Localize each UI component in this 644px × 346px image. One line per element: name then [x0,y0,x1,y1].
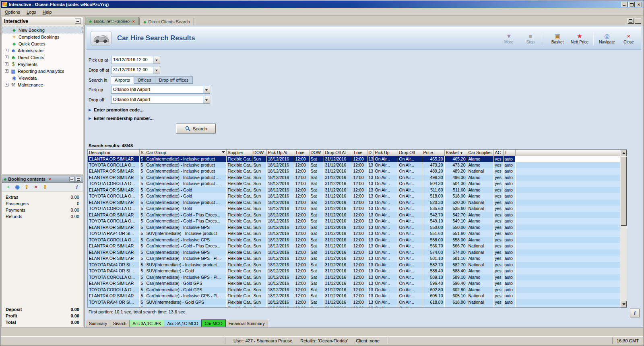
column-header[interactable]: AC [493,150,503,156]
sidebar-item[interactable]: + ☻ Administrator [2,47,83,54]
result-row[interactable]: ELANTRA OR SIMILAR5Car(Intermediate) - I… [88,249,621,256]
dropoff-location-combo[interactable]: Orlando Intl Airport [111,96,210,104]
workspace-tab[interactable]: Acc 3A,1C MCO [164,320,201,327]
column-header[interactable]: Basket [444,150,467,156]
column-header[interactable]: Price [422,150,444,156]
menu-item[interactable]: Help [39,9,55,15]
column-header[interactable]: Time [352,150,367,156]
column-header[interactable]: Car Group [145,150,226,156]
expand-plus-icon[interactable]: + [5,56,8,59]
document-tab[interactable]: Book. ref.: <none> [85,17,139,25]
filter-icon[interactable] [222,151,225,153]
globe-icon[interactable]: ◉ [14,184,21,190]
sidebar-item[interactable]: ♣ Quick Quotes [2,40,83,47]
result-row[interactable]: ELANTRA OR SIMILAR5Car(Intermediate) - I… [88,156,621,162]
close-button[interactable]: × Close [620,33,637,44]
membership-number-toggle[interactable]: Enter membership number... [89,116,216,121]
dropoff-at-combo[interactable]: 31/12/2016 12:00 [111,66,160,74]
delete-icon[interactable]: × [33,184,39,190]
workspace-tab[interactable]: Acc 3A,1C JFK [130,320,164,327]
child-restore-button[interactable] [635,18,641,24]
result-row[interactable]: ELANTRA OR SIMILAR5Car(Intermediate) - I… [88,200,621,206]
column-header[interactable]: Supplier [226,150,252,156]
maximize-button[interactable] [628,2,635,7]
sidebar-item[interactable]: + ▦ Reporting and Analytics [2,68,83,74]
close-panel-icon[interactable] [47,177,52,181]
dropdown-arrow-icon[interactable] [153,66,160,74]
search-in-tab[interactable]: Drop off offices [155,76,193,84]
column-header[interactable]: Drop Off [398,150,422,156]
result-row[interactable]: ELANTRA OR SIMILAR5Car(Intermediate) - G… [88,243,621,249]
scroll-thumb[interactable] [621,157,627,226]
result-row[interactable]: 5Flexible Car...Sun18/12/201612:00Sat31/… [88,305,621,308]
column-header[interactable]: Pick Up At [266,150,294,156]
basket-button[interactable]: ▣ Basket [549,33,566,44]
sidebar-item[interactable]: + ⚒ Maintenance [2,81,83,88]
dropdown-arrow-icon[interactable] [203,86,210,93]
result-row[interactable]: TOYOTA COROLLA O...5Car(Intermediate) - … [88,206,621,212]
pickup-location-combo[interactable]: Orlando Intl Airport [111,86,210,94]
export-icon[interactable]: ⇪ [23,184,30,190]
navigate-button[interactable]: ◎ Navigate [599,33,615,44]
result-row[interactable]: ELANTRA OR SIMILAR5Car(Intermediate) - I… [88,175,621,181]
result-row[interactable]: ELANTRA OR SIMILAR5Car(Intermediate) - G… [88,212,621,218]
column-header[interactable]: DOW [252,150,266,156]
scroll-down-arrow[interactable] [621,301,627,307]
result-row[interactable]: TOYOTA COROLLA O...5Car(Intermediate) - … [88,237,621,243]
column-header[interactable]: S [139,150,145,156]
search-in-tab[interactable]: Airports [111,76,134,84]
search-button[interactable]: Search [176,124,216,133]
dropdown-arrow-icon[interactable] [153,56,160,64]
nett-price-button[interactable]: ★ Nett Price [571,33,588,44]
more-button[interactable]: ▼ More [500,33,517,44]
search-in-tab[interactable]: Offices [134,76,155,84]
result-row[interactable]: TOYOTA COROLLA O...5Car(Intermediate) - … [88,218,621,224]
menu-item[interactable]: Logs [23,9,39,15]
result-row[interactable]: TOYOTA RAV4 OR SI...5SUV(Intermediate) -… [88,268,621,274]
vertical-scrollbar[interactable] [620,150,627,307]
collapse-button[interactable] [75,19,81,24]
column-header[interactable]: DOW [309,150,324,156]
menu-item[interactable]: Options [2,9,23,15]
panel-minimize-button[interactable] [69,177,75,181]
info-icon[interactable]: i [74,184,80,190]
result-row[interactable]: TOYOTA RAV4 OR SI...5SUV(Intermediate) -… [88,299,621,306]
sidebar-item[interactable]: ☀ Completed Bookings [2,33,83,40]
info-button[interactable]: i [630,309,640,317]
result-row[interactable]: TOYOTA COROLLA O...5Car(Intermediate) - … [88,274,621,281]
result-row[interactable]: TOYOTA COROLLA O...5Car(Intermediate) - … [88,193,621,200]
expand-plus-icon[interactable]: + [5,62,8,66]
promotion-code-toggle[interactable]: Enter promotion code... [89,107,216,112]
close-window-button[interactable] [636,2,642,7]
column-header[interactable]: Time [294,150,309,156]
result-row[interactable]: TOYOTA COROLLA O...5Car(Intermediate) - … [88,162,621,169]
panel-restore-button[interactable] [76,177,81,181]
result-row[interactable]: TOYOTA COROLLA O...5Car(Intermediate) - … [88,287,621,293]
column-header[interactable]: D [367,150,374,156]
result-row[interactable]: ELANTRA OR SIMILAR5Car(Intermediate) - G… [88,187,621,194]
sidebar-item[interactable]: + ☻ Direct Clients [2,54,83,61]
sidebar-item[interactable]: ◉ Viewdata [2,74,83,81]
column-header[interactable]: T [503,150,515,156]
tab-close-icon[interactable] [132,19,135,24]
sidebar-item[interactable]: + $ Payments [2,61,83,68]
result-row[interactable]: TOYOTA RAV4 OR SI...5SUV(Intermediate) -… [88,262,621,268]
workspace-tab[interactable]: Financial Summary [226,320,268,327]
stop-button[interactable]: ■ Stop [522,33,539,44]
sidebar-item[interactable]: ♣ New Booking [2,27,83,33]
expand-plus-icon[interactable]: + [5,49,8,52]
column-header[interactable]: Drop Off At [324,150,352,156]
result-row[interactable]: TOYOTA COROLLA O...5Car(Intermediate) - … [88,181,621,187]
column-header[interactable]: Description [88,150,139,156]
column-header[interactable]: Pick Up [374,150,398,156]
add-icon[interactable]: + [5,184,11,190]
result-row[interactable]: ELANTRA OR SIMILAR5Car(Intermediate) - I… [88,224,621,231]
pickup-at-combo[interactable]: 18/12/2016 12:00 [111,56,160,64]
result-row[interactable]: ELANTRA OR SIMILAR5Car(Intermediate) - I… [88,293,621,299]
expand-plus-icon[interactable]: + [5,69,8,73]
expand-plus-icon[interactable]: + [5,83,8,86]
scroll-up-arrow[interactable] [621,150,627,156]
column-header[interactable]: Car Supplier [467,150,493,156]
document-tab[interactable]: Direct Clients Search [139,18,194,25]
dropdown-arrow-icon[interactable] [203,96,210,103]
